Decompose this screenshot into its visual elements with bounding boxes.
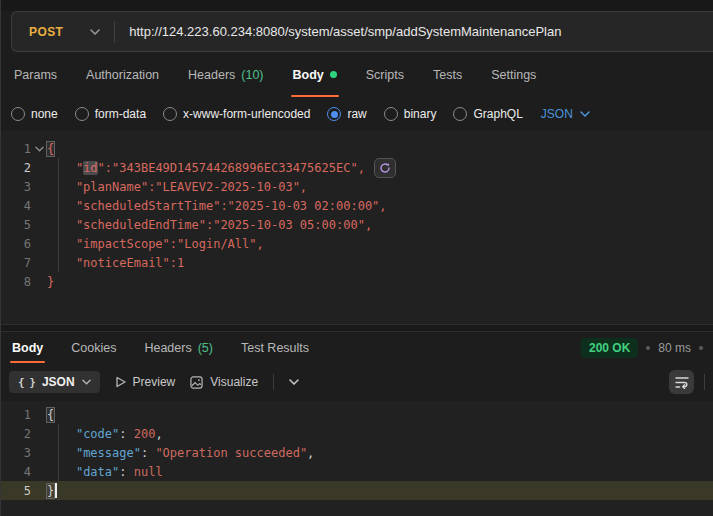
tab-label: Authorization [86, 68, 159, 82]
line-number: 5 [1, 484, 31, 498]
radio-label: x-www-form-urlencoded [183, 107, 310, 121]
code-text: "scheduledStartTime":"2025-10-03 02:00:0… [47, 199, 387, 213]
radio-label: form-data [95, 107, 146, 121]
code-line-6[interactable]: 6 "impactScope":"Login/All", [1, 234, 713, 253]
visualize-button[interactable]: Visualize [190, 375, 258, 389]
body-type-radio-raw[interactable]: raw [327, 107, 366, 121]
tab-cookies[interactable]: Cookies [70, 332, 117, 363]
vault-icon[interactable] [374, 158, 396, 178]
toolbar-right-group [669, 370, 705, 394]
response-body-editor[interactable]: 1{2 "code": 200,3 "message": "Operation … [1, 401, 713, 516]
line-number: 6 [1, 237, 31, 251]
tab-test-results[interactable]: Test Results [240, 332, 310, 363]
code-line-1[interactable]: 1{ [1, 139, 713, 158]
code-line-3[interactable]: 3 "message": "Operation succeeded", [1, 443, 713, 462]
response-time[interactable]: 80 ms [658, 341, 691, 355]
line-number: 2 [1, 427, 31, 441]
tab-body[interactable]: Body [11, 332, 44, 363]
body-type-row: noneform-datax-www-form-urlencodedrawbin… [1, 97, 713, 131]
radio-label: none [31, 107, 58, 121]
line-number: 8 [1, 275, 31, 289]
status-badge[interactable]: 200 OK [581, 338, 638, 358]
body-type-radio-graphql[interactable]: GraphQL [453, 107, 522, 121]
chevron-down-icon [82, 379, 91, 385]
radio-label: binary [404, 107, 437, 121]
chevron-down-icon [580, 111, 590, 117]
tab-label: Cookies [71, 341, 116, 355]
indent-guide [58, 424, 59, 481]
radio-icon [453, 107, 467, 121]
image-icon [190, 376, 203, 389]
request-body-editor[interactable]: 1{2 "id":"343BE49D145744268996EC33475625… [1, 131, 713, 324]
code-line-4[interactable]: 4 "data": null [1, 462, 713, 481]
body-type-radio-binary[interactable]: binary [384, 107, 437, 121]
body-type-radio-none[interactable]: none [11, 107, 58, 121]
radio-label: GraphQL [473, 107, 522, 121]
line-number: 1 [1, 142, 31, 156]
response-format-label: JSON [42, 375, 75, 389]
raw-language-dropdown[interactable]: JSON [541, 107, 590, 121]
tab-count-badge: (5) [198, 341, 213, 355]
wrap-text-icon [675, 376, 689, 389]
request-tabs: ParamsAuthorizationHeaders(10)BodyScript… [1, 52, 713, 97]
radio-icon [163, 107, 177, 121]
line-number: 4 [1, 199, 31, 213]
indent-guide [58, 158, 59, 272]
response-tabs: BodyCookiesHeaders(5)Test Results 200 OK… [1, 332, 713, 363]
tab-body[interactable]: Body [292, 52, 338, 97]
code-text: "id":"343BE49D145744268996EC33475625EC", [47, 161, 365, 175]
code-line-1[interactable]: 1{ [1, 405, 713, 424]
tab-authorization[interactable]: Authorization [85, 52, 160, 97]
code-line-5[interactable]: 5 "scheduledEndTime":"2025-10-03 05:00:0… [1, 215, 713, 234]
tab-label: Test Results [241, 341, 309, 355]
method-selector[interactable]: POST [12, 25, 63, 39]
tab-label: Params [14, 68, 57, 82]
line-number: 4 [1, 465, 31, 479]
code-line-2[interactable]: 2 "id":"343BE49D145744268996EC33475625EC… [1, 158, 713, 177]
pane-divider[interactable] [1, 324, 713, 332]
radio-icon [75, 107, 89, 121]
tab-label: Settings [491, 68, 536, 82]
code-text: "message": "Operation succeeded", [47, 446, 314, 460]
tab-count-badge: (10) [241, 68, 263, 82]
code-line-3[interactable]: 3 "planName":"LEAVEV2-2025-10-03", [1, 177, 713, 196]
tab-headers[interactable]: Headers(10) [187, 52, 264, 97]
rest-client-window: POST http://124.223.60.234:8080/system/a… [0, 0, 713, 516]
tab-label: Headers [144, 341, 191, 355]
tab-label: Body [293, 68, 324, 82]
separator-dot [699, 346, 703, 350]
wrap-text-button[interactable] [669, 370, 694, 394]
response-status-group: 200 OK 80 ms [581, 338, 711, 358]
response-format-dropdown[interactable]: { } JSON [9, 371, 100, 393]
tab-label: Body [12, 341, 43, 355]
radio-icon [384, 107, 398, 121]
code-text: "noticeEmail":1 [47, 256, 184, 270]
toolbar-divider [704, 374, 705, 390]
tab-headers[interactable]: Headers(5) [143, 332, 214, 363]
body-type-radio-x-www-form-urlencoded[interactable]: x-www-form-urlencoded [163, 107, 310, 121]
radio-label: raw [347, 107, 366, 121]
code-line-4[interactable]: 4 "scheduledStartTime":"2025-10-03 02:00… [1, 196, 713, 215]
code-line-5[interactable]: 5} [1, 481, 713, 500]
url-input[interactable]: http://124.223.60.234:8080/system/asset/… [129, 24, 561, 39]
code-line-7[interactable]: 7 "noticeEmail":1 [1, 253, 713, 272]
tab-settings[interactable]: Settings [490, 52, 537, 97]
tab-label: Headers [188, 68, 235, 82]
fold-chevron-icon[interactable] [31, 146, 47, 152]
tab-params[interactable]: Params [13, 52, 58, 97]
chevron-down-icon[interactable] [289, 379, 299, 385]
preview-button[interactable]: Preview [115, 375, 176, 389]
tab-scripts[interactable]: Scripts [365, 52, 405, 97]
code-text: } [47, 275, 54, 289]
body-type-radio-form-data[interactable]: form-data [75, 107, 146, 121]
code-line-2[interactable]: 2 "code": 200, [1, 424, 713, 443]
chevron-down-icon[interactable] [90, 29, 100, 35]
tab-label: Scripts [366, 68, 404, 82]
code-text: { [47, 408, 54, 422]
code-line-8[interactable]: 8} [1, 272, 713, 291]
tab-tests[interactable]: Tests [432, 52, 463, 97]
text-cursor [55, 483, 57, 498]
request-url-bar: POST http://124.223.60.234:8080/system/a… [11, 11, 713, 52]
line-number: 2 [1, 161, 31, 175]
toolbar-divider [273, 374, 274, 390]
